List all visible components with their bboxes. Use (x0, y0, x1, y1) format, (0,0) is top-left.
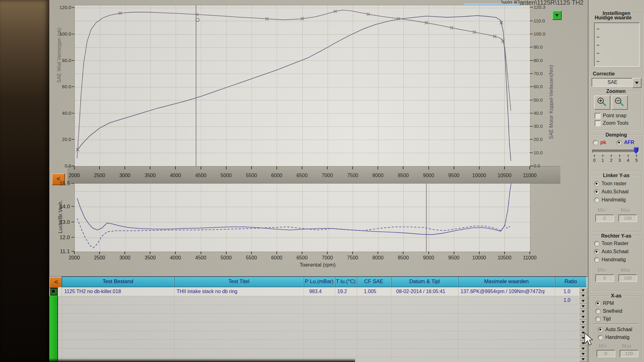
settings-panel: Instellingen Huidige waarde Correctie SA… (588, 0, 644, 362)
radio-auto-schaal[interactable]: Auto.Schaal (598, 326, 632, 333)
radio-pk[interactable]: pk (593, 139, 606, 146)
point-snap-checkbox[interactable]: Point snap (595, 112, 627, 119)
afr-chart[interactable] (74, 183, 530, 252)
linker-max-field[interactable]: 100 (618, 215, 637, 222)
axis-dropdown-button[interactable] (552, 11, 562, 20)
table-cell-p_lu[interactable]: 983.4 (306, 287, 325, 296)
radio-label: Auto.Schaal (602, 189, 628, 195)
slider-tick (603, 155, 603, 157)
ratio-dropdown-button[interactable] (579, 304, 587, 309)
radio-handmatig[interactable]: Handmatig (594, 256, 626, 263)
table-cell-datetime[interactable]: 08-02-2014 / 16:05:41 (393, 287, 448, 296)
radio-toon-raster[interactable]: Toon raster (594, 180, 627, 187)
ratio-dropdown-button[interactable] (579, 293, 587, 298)
radio-tijd[interactable]: Tijd (595, 316, 611, 322)
radio-auto-schaal[interactable]: Auto.Schaal (594, 248, 628, 255)
linker-min-field[interactable]: 0 (595, 215, 614, 222)
table-cell-title[interactable]: THII intake stack no db ring (177, 287, 294, 296)
right-axis-tick-label: 20.0 (534, 137, 543, 142)
ratio-dropdown-button[interactable] (579, 320, 587, 325)
min-label: Min (598, 268, 606, 273)
chevron-down-icon (582, 348, 585, 350)
table-header-p_lu[interactable]: P Lu.(mBar) (304, 277, 335, 287)
radio-icon (598, 335, 603, 340)
table-cell-max[interactable]: 137.6PK@9954rpm / 109Nm@7472rpm (461, 287, 545, 296)
slider-tick-label: 2 (610, 158, 612, 163)
table-header-t_lu[interactable]: T lu.(°C) (335, 277, 357, 287)
table-cell-file[interactable]: 1125 TH2 no db-killer.018 (64, 287, 164, 296)
column-separator (555, 287, 555, 362)
left-axis-tick (72, 166, 74, 166)
ratio-dropdown-button[interactable] (579, 346, 587, 351)
table-cell-t_lu[interactable]: 19.2 (337, 287, 347, 296)
afr-axis-tick-label: 13.0 (54, 219, 70, 225)
ratio-dropdown-button[interactable] (579, 314, 587, 320)
chevron-down-icon (582, 321, 585, 323)
new-run-strip[interactable] (49, 296, 58, 362)
rpm-bottom-tick (302, 252, 302, 254)
radio-toon-raster[interactable]: Toon Raster (594, 240, 628, 247)
max-label: Max (622, 344, 632, 349)
radio-auto-schaal[interactable]: Auto.Schaal (594, 188, 628, 195)
xas-max-field[interactable]: 120 (620, 350, 638, 357)
rpm-bottom-label: 3000 (119, 255, 130, 261)
table-collapse-button[interactable]: < (49, 277, 63, 288)
slider-tick (636, 155, 637, 157)
zoomen-group: Zoomen (590, 91, 642, 130)
afr-axis-tick (71, 237, 74, 238)
rechter-yas-title: Rechter Y-as (600, 233, 633, 239)
table-cell-ratio[interactable]: 1.0 (557, 287, 577, 296)
rpm-band-label: 4000 (170, 173, 181, 178)
ratio-dropdown-button[interactable] (579, 357, 587, 362)
zoom-in-icon (595, 96, 608, 108)
radio-label: RPM (603, 301, 614, 306)
rpm-band-tick (175, 167, 176, 169)
app-window: ...\win Klanten\1125R\1125 TH2 Instellin… (49, 0, 644, 362)
radio-rpm[interactable]: RPM (595, 300, 614, 307)
radio-snelheid[interactable]: Snelheid (595, 308, 622, 315)
radio-label: Auto.Schaal (602, 249, 628, 254)
table-cell-cf_sae[interactable]: 1.005 (359, 287, 381, 296)
rpm-band-label: 3000 (119, 173, 130, 178)
radio-icon (594, 181, 599, 186)
table-header-file[interactable]: Test Bestand (62, 277, 174, 287)
rpm-band-tick (504, 167, 505, 169)
max-label: Max (621, 208, 630, 213)
table-header-max[interactable]: Maximale waarden (458, 277, 555, 287)
correctie-dropdown-button[interactable] (632, 78, 642, 88)
radio-handmatig[interactable]: Handmatig (598, 334, 629, 341)
table-header-cf_sae[interactable]: CF SAE (357, 277, 391, 287)
radio-label: Handmatig (605, 335, 629, 340)
correctie-select[interactable]: SAE (592, 78, 633, 87)
radio-handmatig[interactable]: Handmatig (594, 196, 626, 203)
rpm-band-label: 4500 (195, 173, 207, 178)
ratio-dropdown-button[interactable] (579, 298, 587, 304)
demping-slider-track[interactable] (592, 150, 639, 153)
rechter-min-field[interactable]: 0 (595, 274, 614, 282)
table-header-datetime[interactable]: Datum & Tijd (391, 277, 458, 287)
right-axis-tick-label: 10.0 (534, 150, 543, 155)
huidige-waarde-listbox[interactable] (594, 22, 640, 67)
zoom-tools-checkbox[interactable]: Zoom Tools (595, 120, 628, 127)
zoom-in-button[interactable] (594, 95, 610, 110)
chevron-down-icon (582, 353, 585, 355)
rpm-bottom-tick (201, 252, 201, 254)
radio-icon (594, 257, 599, 263)
ratio-dropdown-button[interactable] (579, 351, 587, 357)
xas-min-field[interactable]: 0 (597, 350, 615, 357)
demping-group: Demping pkAFR 012345 (589, 135, 643, 171)
table-header-ratio[interactable]: Ratio (555, 277, 587, 287)
chevron-down-icon (582, 311, 585, 313)
rpm-bottom-label: 10500 (498, 255, 512, 261)
table-header-title[interactable]: Test Titel (174, 277, 304, 287)
right-axis-tick-label: 80.0 (534, 58, 543, 63)
dyno-chart[interactable] (74, 5, 530, 167)
radio-afr[interactable]: AFR (617, 139, 634, 146)
right-axis-tick (530, 86, 533, 87)
ratio-dropdown-button[interactable] (579, 288, 587, 293)
ratio-dropdown-button[interactable] (579, 325, 587, 330)
ratio-dropdown-button[interactable] (579, 309, 587, 314)
zoom-out-button[interactable] (612, 95, 628, 110)
right-axis-tick (530, 100, 533, 100)
rechter-max-field[interactable]: 100 (618, 274, 637, 282)
